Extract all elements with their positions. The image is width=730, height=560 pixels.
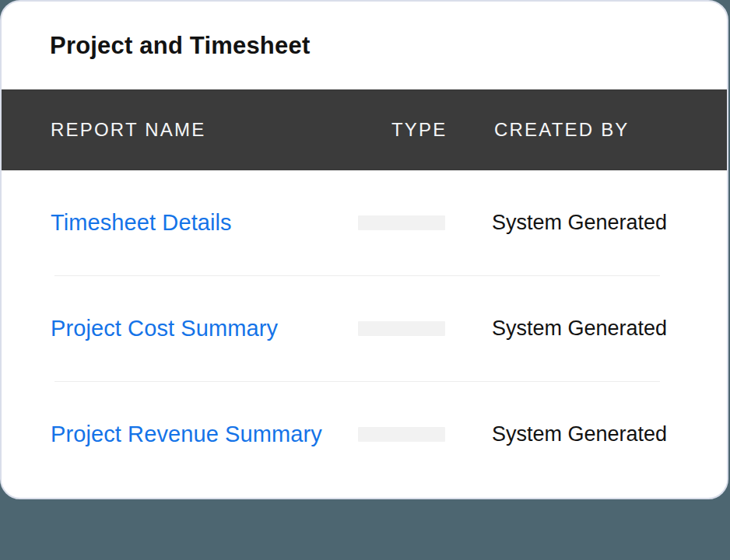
page-title: Project and Timesheet [50, 32, 310, 60]
type-placeholder [358, 321, 445, 336]
table-header: REPORT NAME TYPE CREATED BY [2, 89, 727, 170]
table-body: Timesheet Details System Generated Proje… [2, 170, 727, 487]
created-by-value: System Generated [492, 211, 711, 235]
column-header-report-name: REPORT NAME [51, 119, 358, 141]
type-placeholder [358, 215, 445, 230]
table-row: Project Cost Summary System Generated [2, 276, 727, 381]
table-row: Timesheet Details System Generated [2, 170, 727, 275]
report-name-cell: Project Cost Summary [51, 316, 358, 341]
column-header-created-by: CREATED BY [492, 119, 711, 141]
report-link-project-cost-summary[interactable]: Project Cost Summary [51, 316, 278, 341]
type-cell [358, 321, 492, 336]
column-header-type: TYPE [358, 119, 492, 141]
reports-card: Project and Timesheet REPORT NAME TYPE C… [0, 0, 728, 499]
created-by-value: System Generated [492, 422, 711, 446]
card-title-row: Project and Timesheet [2, 2, 727, 89]
type-placeholder [358, 427, 445, 442]
report-name-cell: Timesheet Details [51, 210, 358, 236]
type-cell [358, 215, 492, 230]
type-cell [358, 427, 492, 442]
table-row: Project Revenue Summary System Generated [2, 382, 727, 487]
report-name-cell: Project Revenue Summary [51, 422, 358, 447]
report-link-project-revenue-summary[interactable]: Project Revenue Summary [51, 422, 322, 446]
report-link-timesheet-details[interactable]: Timesheet Details [51, 210, 232, 235]
created-by-value: System Generated [492, 317, 711, 341]
